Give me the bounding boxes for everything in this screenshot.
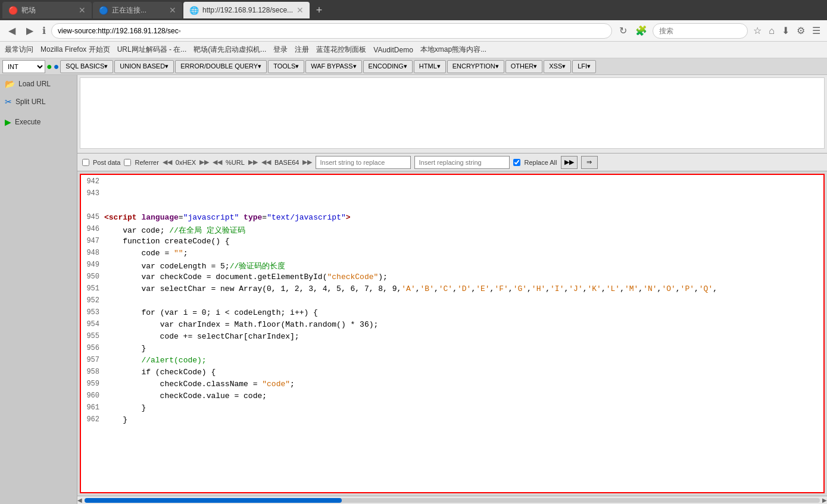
table-row: 959 checkCode.className = "code"; — [81, 380, 823, 392]
replace-arrow-button[interactable]: ▶▶ — [561, 156, 578, 169]
base64-label: BASE64 — [274, 159, 299, 166]
code-view[interactable]: 942 943 945 <script language="javascript… — [80, 174, 825, 493]
table-row: 953 for (var i = 0; i < codeLength; i++)… — [81, 308, 823, 320]
table-row: 958 if (checkCode) { — [81, 368, 823, 380]
left-arrow-hex: ◀◀ — [163, 158, 172, 166]
bookmark-login[interactable]: 登录 — [273, 45, 288, 55]
waf-bypass-button[interactable]: WAF BYPASS▾ — [305, 60, 361, 73]
error-double-query-button[interactable]: ERROR/DOUBLE QUERY▾ — [175, 60, 267, 73]
split-url-label: Split URL — [15, 98, 46, 106]
tab-1[interactable]: 🔴 靶场 ✕ — [2, 2, 92, 18]
scroll-left-btn[interactable]: ◀ — [77, 497, 82, 503]
back-button[interactable]: ◀ — [5, 24, 19, 38]
content-area: Post data Referrer ◀◀ 0xHEX ▶▶ ◀◀ %URL ▶… — [77, 75, 827, 504]
load-url-button[interactable]: 📂 Load URL — [0, 75, 77, 93]
encoding-button[interactable]: ENCODING▾ — [363, 60, 413, 73]
execute-label: Execute — [15, 118, 40, 126]
int-select[interactable]: INT STRING — [2, 60, 45, 73]
bookmark-blue-lotus[interactable]: 蓝莲花控制面板 — [316, 45, 366, 55]
tab1-close[interactable]: ✕ — [79, 5, 86, 15]
replace-toolbar: Post data Referrer ◀◀ 0xHEX ▶▶ ◀◀ %URL ▶… — [77, 154, 827, 171]
xss-button[interactable]: XSS▾ — [544, 60, 571, 73]
table-row: 949 var codeLength = 5;//验证码的长度 — [81, 261, 823, 273]
url-label: %URL — [226, 159, 245, 166]
post-data-label: Post data — [93, 159, 120, 166]
settings-icon[interactable]: ⚙ — [795, 25, 807, 36]
bookmark-register[interactable]: 注册 — [295, 45, 309, 55]
horizontal-scrollbar[interactable]: ◀ ▶ — [77, 496, 827, 504]
tab2-close[interactable]: ✕ — [169, 5, 176, 15]
bookmark-firefox[interactable]: Mozilla Firefox 开始页 — [40, 45, 110, 55]
table-row: 960 checkCode.value = code; — [81, 392, 823, 403]
right-arrow-base64: ▶▶ — [302, 158, 312, 166]
tab3-label: http://192.168.91.128/sece... — [202, 6, 293, 14]
tab-bar: 🔴 靶场 ✕ 🔵 正在连接... ✕ 🌐 http://192.168.91.1… — [0, 0, 827, 20]
scroll-thumb — [85, 498, 342, 503]
tab-3[interactable]: 🌐 http://192.168.91.128/sece... ✕ — [183, 2, 310, 18]
bookmark-most-visited[interactable]: 最常访问 — [5, 45, 33, 55]
split-url-button[interactable]: ✂ Split URL — [0, 93, 77, 111]
address-input[interactable] — [51, 23, 612, 39]
union-based-button[interactable]: UNION BASED▾ — [114, 60, 174, 73]
blue-dot-icon: ● — [54, 61, 60, 72]
table-row: 957 //alert(code); — [81, 356, 823, 368]
tab-2[interactable]: 🔵 正在连接... ✕ — [93, 2, 182, 18]
table-row: 961 } — [81, 403, 823, 415]
left-arrow-base64: ◀◀ — [261, 158, 271, 166]
bookmark-target[interactable]: 靶场(请先启动虚拟机... — [194, 45, 266, 55]
table-row: 946 var code; //在全局 定义验证码 — [81, 225, 823, 237]
split-url-icon: ✂ — [5, 97, 12, 107]
table-row: 962 } — [81, 415, 823, 427]
menu-icon[interactable]: ☰ — [810, 25, 822, 36]
table-row — [81, 201, 823, 213]
html-button[interactable]: HTML▾ — [414, 60, 446, 73]
insert-replace-input[interactable] — [316, 156, 411, 169]
tab1-label: 靶场 — [21, 5, 36, 15]
right-arrow-hex: ▶▶ — [199, 158, 209, 166]
home-icon[interactable]: ⌂ — [767, 26, 776, 36]
refresh-button[interactable]: ↻ — [616, 24, 630, 38]
table-row: 954 var charIndex = Math.floor(Math.rand… — [81, 320, 823, 332]
tools-button[interactable]: TOOLS▾ — [268, 60, 304, 73]
referrer-checkbox[interactable] — [124, 159, 131, 166]
info-icon: ℹ — [40, 25, 48, 36]
forward-button[interactable]: ▶ — [23, 24, 37, 38]
scroll-track — [85, 498, 820, 503]
bookmark-icon[interactable]: ☆ — [751, 25, 763, 36]
plugin-toolbar: INT STRING ● ● SQL BASICS▾ UNION BASED▾ … — [0, 58, 827, 75]
post-data-checkbox[interactable] — [82, 159, 89, 166]
right-arrow-url: ▶▶ — [248, 158, 258, 166]
replace-all-label: Replace All — [524, 159, 557, 166]
table-row: 942 — [81, 177, 823, 189]
table-row: 950 var checkCode = document.getElementB… — [81, 273, 823, 284]
load-url-label: Load URL — [18, 80, 51, 88]
bookmark-url-decoder[interactable]: URL网址解码器 - 在... — [117, 45, 187, 55]
replace-execute-button[interactable]: ⇒ — [581, 156, 598, 169]
replace-all-checkbox[interactable] — [513, 159, 520, 166]
execute-button[interactable]: ▶ Execute — [0, 113, 77, 131]
tab2-icon: 🔵 — [99, 6, 108, 15]
bookmark-vaudit[interactable]: VAuditDemo — [373, 46, 413, 54]
lfi-button[interactable]: LFI▾ — [572, 60, 596, 73]
table-row: 945 <script language="javascript" type="… — [81, 213, 823, 225]
table-row: 943 — [81, 189, 823, 201]
download-icon[interactable]: ⬇ — [780, 25, 791, 36]
main-area: 📂 Load URL ✂ Split URL ▶ Execute Post da… — [0, 75, 827, 504]
sql-basics-button[interactable]: SQL BASICS▾ — [60, 60, 113, 73]
bookmark-xmap[interactable]: 本地xmap熊海内容... — [420, 45, 486, 55]
encryption-button[interactable]: ENCRYPTION▾ — [447, 60, 504, 73]
new-tab-button[interactable]: + — [311, 2, 327, 18]
search-input[interactable] — [653, 23, 748, 39]
table-row — [81, 427, 823, 439]
tab3-close[interactable]: ✕ — [297, 5, 304, 15]
left-arrow-url: ◀◀ — [213, 158, 222, 166]
scroll-right-btn[interactable]: ▶ — [822, 497, 827, 503]
referrer-label: Referrer — [135, 159, 158, 166]
address-bar: ◀ ▶ ℹ ↻ 🧩 ☆ ⌂ ⬇ ⚙ ☰ — [0, 20, 827, 42]
other-button[interactable]: OTHER▾ — [505, 60, 543, 73]
table-row: 947 function createCode() { — [81, 237, 823, 249]
table-row: 956 } — [81, 344, 823, 356]
side-panel: 📂 Load URL ✂ Split URL ▶ Execute — [0, 75, 77, 504]
insert-replacing-input[interactable] — [414, 156, 510, 169]
url-textarea[interactable] — [80, 77, 825, 149]
